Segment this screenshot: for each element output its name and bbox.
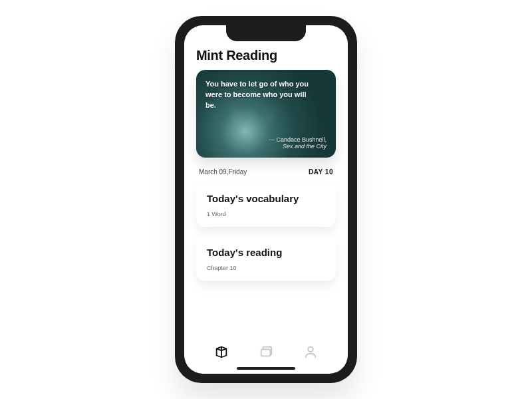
screen: Mint Reading You have to let go of who y… <box>184 25 348 374</box>
notch <box>226 25 306 41</box>
book-icon <box>214 344 229 362</box>
vocabulary-card[interactable]: Today's vocabulary 1 Word <box>196 182 336 227</box>
hero-attribution: — Candace Bushnell, Sex and the City <box>269 136 327 150</box>
hero-quote-text: You have to let go of who you were to be… <box>205 79 309 111</box>
tab-book[interactable] <box>213 344 230 362</box>
reading-card[interactable]: Today's reading Chapter 10 <box>196 236 336 281</box>
content-area: Mint Reading You have to let go of who y… <box>184 25 348 336</box>
reading-card-subtitle: Chapter 10 <box>207 265 325 271</box>
phone-frame: Mint Reading You have to let go of who y… <box>175 16 357 383</box>
page-title: Mint Reading <box>196 48 336 63</box>
tab-profile[interactable] <box>302 344 319 362</box>
tab-cards[interactable] <box>257 344 275 362</box>
vocabulary-card-title: Today's vocabulary <box>207 193 325 204</box>
date-label: March 09,Friday <box>199 168 247 176</box>
svg-point-1 <box>309 347 313 352</box>
svg-rect-0 <box>261 349 271 356</box>
profile-icon <box>303 344 318 362</box>
hero-source: Sex and the City <box>269 143 327 150</box>
day-counter: DAY 10 <box>309 168 333 176</box>
date-meta-row: March 09,Friday DAY 10 <box>199 168 333 176</box>
vocabulary-card-subtitle: 1 Word <box>207 211 325 217</box>
hero-quote-card[interactable]: You have to let go of who you were to be… <box>196 70 336 158</box>
card-stack-icon <box>259 344 273 362</box>
home-indicator[interactable] <box>237 367 295 370</box>
hero-author: — Candace Bushnell, <box>269 136 327 143</box>
reading-card-title: Today's reading <box>207 247 325 258</box>
